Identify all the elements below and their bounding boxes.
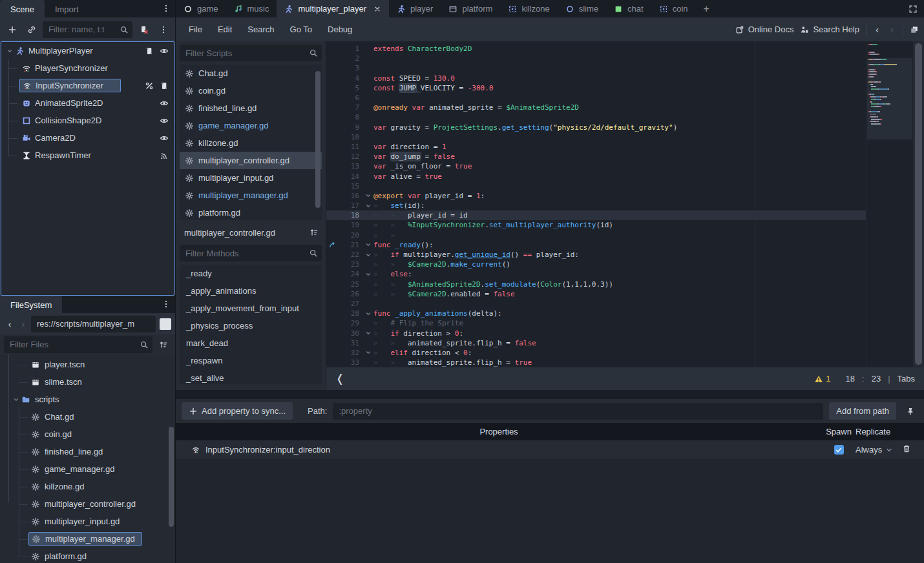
menu-debug[interactable]: Debug (320, 21, 360, 37)
visibility-eye-icon[interactable] (160, 46, 169, 56)
script-item-finished_line-gd[interactable]: finished_line.gd (180, 99, 322, 117)
code-line-27[interactable]: 27 (326, 299, 866, 309)
line-number[interactable]: 7 (326, 103, 362, 112)
code-line-7[interactable]: 7@onready var animated_sprite = $Animate… (326, 103, 866, 112)
script-item-multiplayer_input-gd[interactable]: multiplayer_input.gd (180, 169, 322, 187)
line-number[interactable]: 31 (326, 339, 362, 347)
code-line-16[interactable]: 16@export var player_id = 1: (326, 191, 866, 201)
file-coin-gd[interactable]: coin.gd (0, 425, 175, 443)
file-multiplayer_input-gd[interactable]: multiplayer_input.gd (0, 513, 175, 530)
code-line-5[interactable]: 5const JUMP_VELOCITY = -300.0 (326, 83, 866, 93)
pin-icon[interactable] (902, 403, 918, 419)
line-number[interactable]: 30 (326, 329, 362, 338)
code-lines[interactable]: 1extends CharacterBody2D234const SPEED =… (326, 41, 866, 367)
code-line-11[interactable]: 11var direction = 1 (326, 142, 866, 152)
script-icon[interactable] (160, 81, 169, 90)
method-item-_apply_animations[interactable]: _apply_animations (180, 282, 322, 300)
online-docs-button[interactable]: Online Docs (735, 25, 794, 34)
fold-arrow-icon[interactable] (362, 203, 373, 209)
code-line-24[interactable]: 24» else: (326, 269, 866, 279)
line-number[interactable]: 3 (326, 64, 362, 72)
line-number[interactable]: 1 (326, 45, 362, 53)
line-number[interactable]: 15 (326, 182, 362, 190)
minimap-viewport[interactable] (867, 58, 912, 139)
fold-arrow-icon[interactable] (362, 311, 373, 317)
fold-arrow-icon[interactable] (362, 271, 373, 278)
fs-sort-icon[interactable] (155, 336, 171, 353)
line-number[interactable]: 18 (326, 211, 362, 220)
fs-filter-input[interactable] (4, 336, 152, 353)
fold-arrow-icon[interactable] (362, 252, 373, 258)
scene-node-animatedsprite2d[interactable]: AnimatedSprite2D (1, 94, 174, 112)
method-item-_apply_movement_from_input[interactable]: _apply_movement_from_input (180, 300, 322, 317)
scene-dock-menu-icon[interactable] (159, 0, 175, 16)
code-scrollbar-thumb[interactable] (915, 43, 922, 365)
method-item-_ready[interactable]: _ready (180, 265, 322, 282)
search-help-button[interactable]: Search Help (800, 25, 859, 34)
signal-icon[interactable] (160, 151, 169, 160)
code-line-3[interactable]: 3 (326, 63, 866, 73)
expand-arrow-icon[interactable] (12, 396, 21, 403)
line-number[interactable]: 5 (326, 84, 362, 92)
method-item-mark_dead[interactable]: mark_dead (180, 334, 322, 352)
fs-back-icon[interactable]: ‹ (4, 318, 16, 329)
line-number[interactable]: 14 (326, 172, 362, 181)
code-line-9[interactable]: 9var gravity = ProjectSettings.get_setti… (326, 123, 866, 132)
script-icon[interactable] (145, 46, 154, 56)
line-number[interactable]: 12 (326, 152, 362, 161)
new-script-tab-button[interactable]: + (696, 0, 717, 17)
menu-edit[interactable]: Edit (210, 21, 240, 37)
method-item-_physics_process[interactable]: _physics_process (180, 317, 322, 334)
spawn-checkbox[interactable] (834, 445, 844, 455)
code-line-20[interactable]: 20» » (326, 230, 866, 240)
script-list-scrollbar[interactable] (315, 71, 320, 208)
line-number[interactable]: 9 (326, 123, 362, 132)
line-number[interactable]: 10 (326, 133, 362, 141)
scene-node-inputsynchronizer[interactable]: InputSynchronizer (1, 77, 174, 94)
fold-arrow-icon[interactable] (362, 192, 373, 199)
code-editor[interactable]: 1extends CharacterBody2D234const SPEED =… (326, 41, 924, 367)
script-item-multiplayer_manager-gd[interactable]: multiplayer_manager.gd (180, 187, 322, 204)
code-line-21[interactable]: 21func _ready(): (326, 240, 866, 250)
visibility-eye-icon[interactable] (160, 99, 169, 108)
scene-node-playersynchronizer[interactable]: PlayerSynchronizer (1, 59, 174, 77)
file-slime-tscn[interactable]: slime.tscn (0, 373, 175, 391)
line-number[interactable]: 24 (326, 270, 362, 278)
menu-file[interactable]: File (181, 21, 210, 37)
sort-methods-icon[interactable] (306, 225, 322, 241)
script-tab-coin[interactable]: coin (651, 0, 696, 17)
line-number[interactable]: 16 (326, 192, 362, 200)
expand-arrow-icon[interactable] (5, 48, 14, 54)
code-line-1[interactable]: 1extends CharacterBody2D (326, 44, 866, 54)
menu-go-to[interactable]: Go To (282, 21, 320, 37)
method-item-_set_alive[interactable]: _set_alive (180, 369, 322, 384)
file-finished_line-gd[interactable]: finished_line.gd (0, 443, 175, 460)
add-from-path-button[interactable]: Add from path (829, 402, 896, 420)
code-line-26[interactable]: 26» » $Camera2D.enabled = false (326, 289, 866, 299)
line-number[interactable]: 13 (326, 162, 362, 170)
fs-scrollbar[interactable] (169, 427, 174, 527)
add-property-button[interactable]: Add property to sync... (182, 402, 293, 420)
script-tab-platform[interactable]: platform (441, 0, 500, 17)
line-number[interactable]: 20 (326, 231, 362, 240)
line-number[interactable]: 6 (326, 94, 362, 102)
visibility-eye-icon[interactable] (160, 134, 169, 143)
script-tab-music[interactable]: music (226, 0, 277, 17)
warning-badge[interactable]: 1 (814, 374, 830, 384)
percent-icon[interactable] (145, 81, 154, 90)
script-item-game_manager-gd[interactable]: game_manager.gd (180, 117, 322, 134)
collapse-sidebar-icon[interactable]: ❬ (335, 372, 344, 385)
fold-arrow-icon[interactable] (362, 330, 373, 336)
code-line-33[interactable]: 33» » animated_sprite.flip_h = true (326, 358, 866, 367)
file-multiplayer_manager-gd[interactable]: multiplayer_manager.gd (0, 530, 175, 548)
scene-node-multiplayerplayer[interactable]: MultiplayerPlayer (1, 42, 174, 59)
file-scripts[interactable]: scripts (0, 391, 175, 408)
line-number[interactable]: 33 (326, 358, 362, 367)
line-number[interactable]: 27 (326, 300, 362, 308)
code-line-29[interactable]: 29» # Flip the Sprite (326, 318, 866, 328)
visibility-eye-icon[interactable] (160, 116, 169, 125)
method-item-_respawn[interactable]: _respawn (180, 352, 322, 369)
replicate-dropdown[interactable]: Always (856, 445, 902, 455)
script-tab-killzone[interactable]: killzone (500, 0, 557, 17)
path-input[interactable] (333, 403, 823, 420)
